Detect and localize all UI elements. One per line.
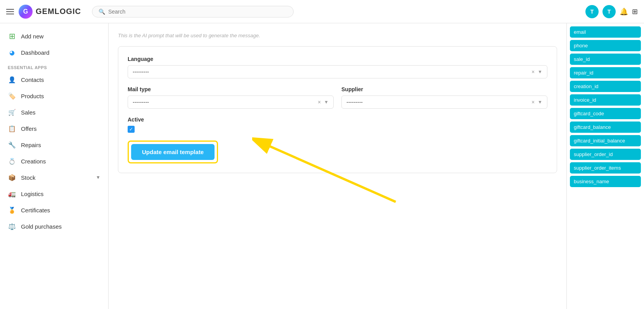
sidebar-item-label: Sales bbox=[21, 109, 36, 116]
sidebar-item-stock[interactable]: 📦 Stock ▼ bbox=[0, 169, 108, 186]
repairs-icon: 🔧 bbox=[8, 141, 16, 149]
search-icon: 🔍 bbox=[99, 9, 105, 15]
sidebar-item-repairs[interactable]: 🔧 Repairs bbox=[0, 137, 108, 153]
avatar-btn-1[interactable]: T bbox=[585, 5, 599, 18]
sidebar-item-label: Stock bbox=[21, 174, 36, 181]
sidebar-item-products[interactable]: 🏷️ Products bbox=[0, 88, 108, 104]
tag-supplier-order-id[interactable]: supplier_order_id bbox=[570, 149, 641, 160]
language-value: --------- bbox=[133, 69, 528, 75]
form-subtitle: This is the AI prompt that will be used … bbox=[118, 33, 557, 38]
sidebar-item-logistics[interactable]: 🚛 Logistics bbox=[0, 186, 108, 202]
active-checkbox-wrap[interactable]: ✓ bbox=[128, 126, 547, 133]
chevron-down-icon: ▼ bbox=[96, 175, 100, 180]
sidebar-item-label: Logistics bbox=[21, 191, 43, 197]
supplier-value: --------- bbox=[346, 99, 528, 105]
supplier-arrow-icon[interactable]: ▼ bbox=[538, 99, 542, 105]
active-section: Active ✓ bbox=[128, 116, 547, 133]
form-section: Language --------- × ▼ Mail type -------… bbox=[118, 46, 557, 173]
mail-type-arrow-icon[interactable]: ▼ bbox=[324, 99, 329, 105]
active-label: Active bbox=[128, 116, 547, 123]
supplier-field: Supplier --------- × ▼ bbox=[341, 86, 547, 109]
offers-icon: 📋 bbox=[8, 124, 16, 133]
tag-giftcard-code[interactable]: giftcard_code bbox=[570, 108, 641, 119]
sidebar-item-add[interactable]: ⊞ Add new bbox=[0, 28, 108, 44]
search-input[interactable] bbox=[108, 9, 287, 15]
update-btn-container: Update email template bbox=[128, 141, 218, 163]
mail-type-label: Mail type bbox=[128, 86, 334, 92]
tag-email[interactable]: email bbox=[570, 26, 641, 38]
top-navigation: G GEMLOGIC 🔍 T T 🔔 ⊞ bbox=[0, 0, 644, 23]
app-name: GEMLOGIC bbox=[36, 7, 81, 16]
add-label: Add new bbox=[21, 33, 43, 40]
mail-supplier-row: Mail type --------- × ▼ Supplier -------… bbox=[128, 86, 547, 116]
sales-icon: 🛒 bbox=[8, 108, 16, 116]
right-panel: email phone sale_id repair_id creation_i… bbox=[566, 23, 644, 309]
sidebar-item-certificates[interactable]: 🏅 Certificates bbox=[0, 202, 108, 218]
mail-type-clear-icon[interactable]: × bbox=[318, 99, 321, 105]
hamburger-menu[interactable] bbox=[6, 9, 14, 14]
sidebar-item-label: Creations bbox=[21, 158, 46, 165]
supplier-label: Supplier bbox=[341, 86, 547, 92]
language-label: Language bbox=[128, 56, 547, 62]
logo: G GEMLOGIC bbox=[19, 5, 81, 19]
update-btn-highlight: Update email template bbox=[128, 141, 218, 163]
sidebar-item-label: Repairs bbox=[21, 142, 41, 148]
sidebar-item-label: Contacts bbox=[21, 76, 44, 83]
logistics-icon: 🚛 bbox=[8, 189, 16, 198]
sidebar-item-label: Gold purchases bbox=[21, 223, 62, 230]
supplier-clear-icon[interactable]: × bbox=[531, 99, 535, 105]
sidebar-item-sales[interactable]: 🛒 Sales bbox=[0, 104, 108, 120]
main-area: This is the AI prompt that will be used … bbox=[109, 23, 644, 309]
stock-icon: 📦 bbox=[8, 173, 16, 182]
sidebar-item-contacts[interactable]: 👤 Contacts bbox=[0, 71, 108, 88]
update-email-template-button[interactable]: Update email template bbox=[131, 144, 215, 160]
certificates-icon: 🏅 bbox=[8, 206, 16, 214]
tag-giftcard-initial-balance[interactable]: giftcard_initial_balance bbox=[570, 135, 641, 146]
grid-menu-btn[interactable]: ⊞ bbox=[632, 7, 638, 16]
content-area: This is the AI prompt that will be used … bbox=[109, 23, 566, 309]
language-clear-icon[interactable]: × bbox=[531, 69, 535, 75]
dashboard-icon: ◕ bbox=[8, 48, 16, 57]
sidebar-item-goldpurchases[interactable]: ⚖️ Gold purchases bbox=[0, 218, 108, 234]
dashboard-label: Dashboard bbox=[21, 49, 49, 56]
tag-supplier-order-items[interactable]: supplier_order_items bbox=[570, 162, 641, 174]
tag-giftcard-balance[interactable]: giftcard_balance bbox=[570, 122, 641, 133]
products-icon: 🏷️ bbox=[8, 92, 16, 100]
sidebar-item-dashboard[interactable]: ◕ Dashboard bbox=[0, 44, 108, 61]
main-layout: ⊞ Add new ◕ Dashboard ESSENTIAL APPS 👤 C… bbox=[0, 23, 644, 309]
sidebar-section-header: ESSENTIAL APPS bbox=[0, 61, 108, 71]
contacts-icon: 👤 bbox=[8, 75, 16, 84]
tag-phone[interactable]: phone bbox=[570, 40, 641, 51]
tag-creation-id[interactable]: creation_id bbox=[570, 81, 641, 92]
tag-invoice-id[interactable]: invoice_id bbox=[570, 94, 641, 106]
tag-repair-id[interactable]: repair_id bbox=[570, 67, 641, 78]
sidebar-item-label: Offers bbox=[21, 125, 37, 132]
logo-icon: G bbox=[19, 5, 33, 19]
tag-sale-id[interactable]: sale_id bbox=[570, 54, 641, 65]
notification-bell[interactable]: 🔔 bbox=[620, 7, 628, 16]
sidebar-item-offers[interactable]: 📋 Offers bbox=[0, 120, 108, 137]
tag-business-name[interactable]: business_name bbox=[570, 176, 641, 187]
nav-right: T T 🔔 ⊞ bbox=[585, 5, 638, 18]
mail-type-field: Mail type --------- × ▼ bbox=[128, 86, 334, 109]
language-arrow-icon[interactable]: ▼ bbox=[538, 69, 542, 75]
sidebar-item-label: Products bbox=[21, 93, 44, 99]
language-field: Language --------- × ▼ bbox=[128, 56, 547, 78]
sidebar: ⊞ Add new ◕ Dashboard ESSENTIAL APPS 👤 C… bbox=[0, 23, 109, 309]
language-select[interactable]: --------- × ▼ bbox=[128, 65, 547, 78]
add-icon: ⊞ bbox=[8, 32, 16, 40]
creations-icon: 💍 bbox=[8, 157, 16, 165]
avatar-btn-2[interactable]: T bbox=[602, 5, 616, 18]
sidebar-item-creations[interactable]: 💍 Creations bbox=[0, 153, 108, 169]
supplier-select[interactable]: --------- × ▼ bbox=[341, 95, 547, 109]
search-bar[interactable]: 🔍 bbox=[92, 6, 294, 17]
mail-type-value: --------- bbox=[133, 99, 315, 105]
mail-type-select[interactable]: --------- × ▼ bbox=[128, 95, 334, 109]
active-checkbox[interactable]: ✓ bbox=[128, 126, 135, 133]
goldpurchases-icon: ⚖️ bbox=[8, 222, 16, 231]
sidebar-item-label: Certificates bbox=[21, 207, 50, 214]
